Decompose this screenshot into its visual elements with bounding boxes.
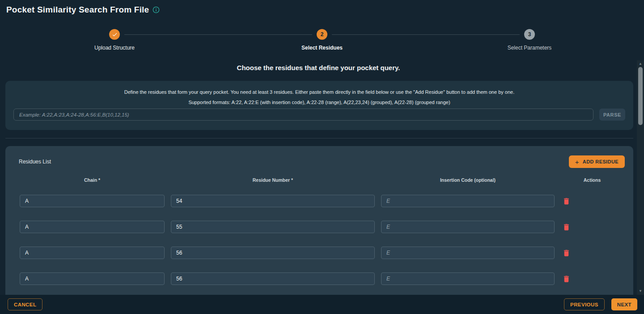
residue-rows xyxy=(5,195,633,285)
residue-number-field[interactable] xyxy=(171,272,375,285)
instructions-line2: Supported formats: A:22, A:22:E (with in… xyxy=(5,100,633,105)
step-label: Select Residues xyxy=(301,45,343,51)
column-header-actions: Actions xyxy=(561,177,623,183)
cancel-button[interactable]: CANCEL xyxy=(8,298,42,310)
step-select-parameters[interactable]: 3 Select Parameters xyxy=(426,29,633,51)
delete-residue-button[interactable] xyxy=(561,196,572,206)
previous-button[interactable]: PREVIOUS xyxy=(564,298,605,310)
delete-residue-button[interactable] xyxy=(561,222,572,232)
step-label: Select Parameters xyxy=(508,45,552,51)
table-row xyxy=(5,195,633,207)
trash-icon xyxy=(562,249,571,257)
residues-list-panel: Residues List + ADD RESIDUE Chain * Resi… xyxy=(5,146,633,295)
table-row xyxy=(5,272,633,285)
chain-field[interactable] xyxy=(20,221,165,233)
residues-list-title: Residues List xyxy=(19,159,51,165)
chain-field[interactable] xyxy=(20,195,165,207)
column-header-residue-number: Residue Number * xyxy=(171,177,375,183)
parse-button[interactable]: PARSE xyxy=(599,109,625,121)
step-number: 2 xyxy=(317,29,327,40)
insertion-code-field[interactable] xyxy=(381,247,555,259)
residues-table-header: Chain * Residue Number * Insertion Code … xyxy=(5,177,633,183)
delete-residue-button[interactable] xyxy=(561,273,572,284)
column-header-chain: Chain * xyxy=(20,177,165,183)
next-button[interactable]: NEXT xyxy=(611,298,637,310)
chain-field[interactable] xyxy=(20,247,165,259)
content-area: Choose the residues that define your poc… xyxy=(0,60,637,295)
scrollbar-thumb[interactable] xyxy=(638,67,643,125)
trash-icon xyxy=(562,275,571,283)
parse-panel: Define the residues that form your query… xyxy=(5,81,633,130)
section-heading: Choose the residues that define your poc… xyxy=(0,64,637,71)
residues-paste-input[interactable] xyxy=(13,109,593,121)
plus-icon: + xyxy=(575,159,579,165)
table-row xyxy=(5,221,633,233)
stepper-connector xyxy=(124,34,312,35)
trash-icon xyxy=(562,197,571,205)
scroll-down-icon[interactable]: ▼ xyxy=(637,289,644,293)
step-label: Upload Structure xyxy=(94,45,135,51)
residue-number-field[interactable] xyxy=(171,221,375,233)
residue-number-field[interactable] xyxy=(171,195,375,207)
vertical-scrollbar[interactable]: ▲ ▼ xyxy=(637,60,644,295)
page-title: Pocket Similarity Search From File xyxy=(6,5,149,15)
footer-bar: CANCEL PREVIOUS NEXT xyxy=(0,295,644,314)
insertion-code-field[interactable] xyxy=(381,195,555,207)
stepper-connector xyxy=(332,34,520,35)
residue-number-field[interactable] xyxy=(171,247,375,259)
section-divider xyxy=(5,138,633,138)
step-number: 3 xyxy=(524,29,535,40)
scroll-up-icon[interactable]: ▲ xyxy=(637,62,644,66)
instructions-line1: Define the residues that form your query… xyxy=(5,81,633,95)
step-select-residues[interactable]: 2 Select Residues xyxy=(218,29,426,51)
chain-field[interactable] xyxy=(20,272,165,285)
insertion-code-field[interactable] xyxy=(381,272,555,285)
step-check-icon xyxy=(109,29,120,40)
insertion-code-field[interactable] xyxy=(381,221,555,233)
stepper: Upload Structure 2 Select Residues 3 Sel… xyxy=(11,29,633,56)
table-row xyxy=(5,247,633,259)
page-header: Pocket Similarity Search From File xyxy=(6,5,160,15)
delete-residue-button[interactable] xyxy=(561,247,572,258)
info-icon[interactable] xyxy=(153,6,160,13)
step-upload-structure[interactable]: Upload Structure xyxy=(11,29,218,51)
trash-icon xyxy=(562,223,571,231)
add-residue-button[interactable]: + ADD RESIDUE xyxy=(569,155,625,168)
column-header-insertion-code: Insertion Code (optional) xyxy=(381,177,555,183)
